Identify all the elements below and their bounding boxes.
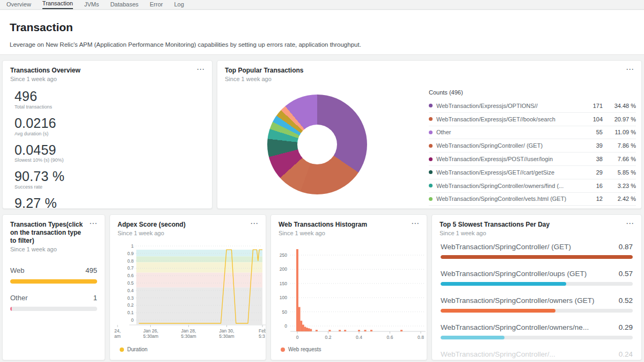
svg-text:0.1: 0.1 [127,310,134,315]
transaction-type-row[interactable]: Web495 [10,266,97,284]
svg-text:24,: 24, [114,328,121,334]
card-top5-slowest-transactions: Top 5 Slowest Transactions Per Day Since… [431,214,642,360]
metrics-list: 496Total transactions0.0216Avg duration … [14,89,201,209]
legend-row[interactable]: WebTransaction/Expressjs/GET//book/searc… [429,113,636,126]
slow-transaction-row[interactable]: WebTransaction/SpringController/ (GET)0.… [441,243,633,259]
card-menu-icon[interactable]: ⋯ [624,217,636,229]
type-label-line: Web495 [10,266,97,274]
legend-row[interactable]: WebTransaction/SpringController/vets.htm… [429,193,636,206]
legend-row-count: 12 [584,196,603,202]
legend-dot-icon [429,157,433,161]
legend-row-count: 104 [584,116,603,122]
card-timerange: Since 1 week ago [10,246,86,252]
metric-block: 496Total transactions [14,89,201,110]
slow-transaction-bar-track [441,282,633,286]
legend-title: Counts (496) [429,89,636,96]
slow-transaction-row[interactable]: WebTransaction/SpringController/owners/n… [441,323,633,339]
svg-text:50: 50 [282,309,288,315]
card-transaction-types: Transaction Types(click on the transacti… [2,214,105,360]
metric-label: Slowest 10% (s) (90%) [14,157,201,163]
card-menu-icon[interactable]: ⋯ [194,63,207,75]
legend-row-percent: 20.97 % [603,116,636,122]
type-label: Web [10,266,25,274]
card-timerange: Since 1 week ago [10,76,194,82]
card-timerange: Since 1 week ago [225,76,623,82]
slow-transaction-value: 0.24 [619,350,633,358]
legend-row-percent: 7.86 % [603,142,636,149]
slow-transaction-name: WebTransaction/SpringController/owners/n… [441,323,589,331]
donut-chart[interactable] [267,95,367,194]
slow-transaction-bar-fill [441,336,504,339]
tab-jvms[interactable]: JVMs [84,1,99,9]
legend-dot-icon [429,104,433,107]
metric-block: 9.27 %Failed rate [14,196,201,209]
card-transactions-overview: Transactions Overview Since 1 week ago ⋯… [2,60,213,209]
legend-row-name: WebTransaction/SpringController/ (GET) [436,142,584,149]
legend-label: Web requests [288,346,321,352]
legend-row-name: WebTransaction/Expressjs/OPTIONS// [436,103,584,109]
slow-transaction-label-line: WebTransaction/SpringController/...0.24 [441,350,633,358]
card-title: Transactions Overview [10,67,194,75]
svg-text:0.4: 0.4 [356,335,362,340]
svg-text:am: am [114,334,121,339]
metric-value: 496 [14,89,201,104]
metric-value: 0.0216 [14,115,201,131]
card-timerange: Since 1 week ago [440,230,623,236]
type-bar-track [10,307,97,311]
legend-row-name: WebTransaction/Expressjs/GET//cart/getSi… [436,169,584,176]
svg-text:0: 0 [131,317,134,323]
legend-row[interactable]: WebTransaction/Expressjs/OPTIONS//17134.… [429,99,636,113]
svg-text:100: 100 [280,295,287,300]
page-header: Transaction Leverage on New Relic's APM … [0,10,644,54]
svg-text:5:3: 5:3 [259,334,265,339]
svg-text:0.2: 0.2 [127,302,134,308]
svg-text:Feb: Feb [259,328,266,334]
legend-row[interactable]: Other5511.09 % [429,126,636,140]
tab-databases[interactable]: Databases [110,1,138,9]
legend-row-percent: 11.09 % [603,129,636,135]
svg-text:0.4: 0.4 [127,288,134,293]
svg-text:Jan 30,: Jan 30, [219,328,235,334]
slow-transaction-bar-track [441,309,633,313]
svg-text:0.7: 0.7 [127,265,134,271]
type-label: Other [10,294,28,302]
legend-dot-icon [429,131,433,134]
card-adpex-score: Adpex Score (second) Since 1 week ago ⋯ … [109,214,266,360]
legend-row-name: WebTransaction/SpringController/owners/f… [436,183,584,189]
legend-row[interactable]: WebTransaction/SpringController/ (GET)39… [429,139,636,153]
legend-row-count: 55 [584,129,603,135]
slow-transaction-row[interactable]: WebTransaction/SpringController/owners (… [441,296,633,313]
legend-row[interactable]: WebTransaction/Expressjs/GET//cart/getSi… [429,166,636,179]
legend-dot-icon [429,117,433,121]
legend-dot-icon [429,144,433,148]
tab-transaction[interactable]: Transaction [42,0,73,9]
metric-value: 9.27 % [14,196,201,209]
slow-transaction-bar-fill [441,309,555,313]
legend-row[interactable]: WebTransaction/Expressjs/POST//user/logi… [429,153,636,166]
metric-block: 0.0459Slowest 10% (s) (90%) [14,142,201,163]
histogram-chart: 05010015020025000.20.40.60.8 [271,215,427,360]
tab-bar: OverviewTransactionJVMsDatabasesErrorLog [0,0,644,10]
svg-text:200: 200 [280,266,287,272]
legend-row-name: WebTransaction/Expressjs/GET//book/searc… [436,116,584,122]
metric-value: 0.0459 [14,142,201,158]
legend-row[interactable]: WebTransaction/SpringController/owners/f… [429,179,636,193]
card-menu-icon[interactable]: ⋯ [87,217,99,229]
card-menu-icon[interactable]: ⋯ [624,63,636,75]
adpex-legend[interactable]: Duration [120,346,148,352]
tab-log[interactable]: Log [174,1,184,9]
metric-block: 90.73 %Success rate [14,169,201,190]
svg-text:5:30am: 5:30am [219,334,234,339]
svg-text:0.3: 0.3 [127,295,134,301]
tab-error[interactable]: Error [150,1,163,9]
histogram-legend[interactable]: Web requests [281,346,321,352]
slow-transaction-row[interactable]: WebTransaction/SpringController/...0.24 [441,350,633,360]
slow-transaction-bar-track [441,255,633,259]
card-title: Transaction Types(click on the transacti… [10,221,86,245]
transaction-type-row[interactable]: Other1 [10,294,97,311]
slow-transaction-row[interactable]: WebTransaction/SpringController/oups (GE… [441,270,633,286]
tab-overview[interactable]: Overview [6,1,31,9]
card-top-popular-transactions: Top Popular Transactions Since 1 week ag… [217,60,642,209]
slow-transaction-value: 0.29 [619,323,633,331]
legend-row-percent: 5.85 % [603,169,636,176]
